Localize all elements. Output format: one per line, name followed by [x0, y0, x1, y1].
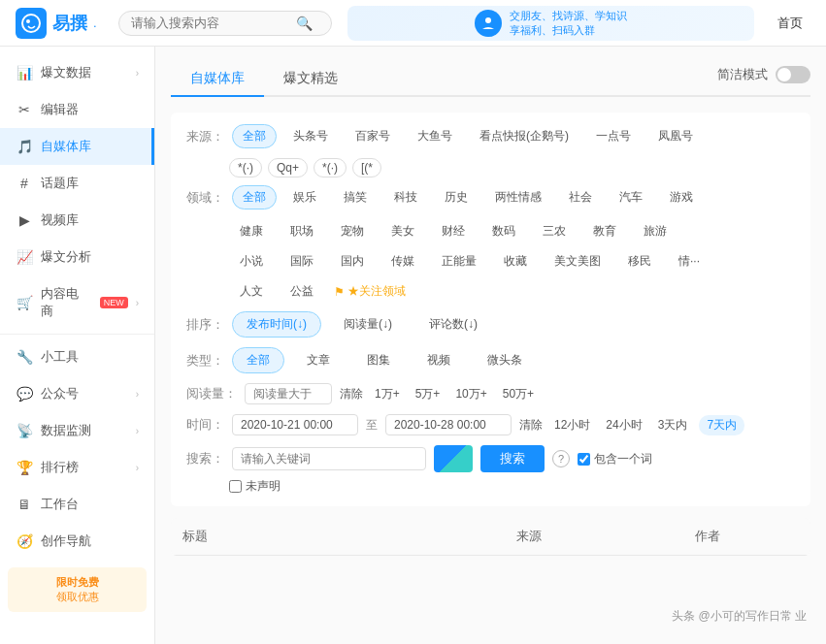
attention-domain-link[interactable]: ★关注领域	[334, 283, 406, 300]
header-search-bar[interactable]: 🔍	[118, 11, 332, 36]
header-search-icon[interactable]: 🔍	[296, 16, 313, 31]
help-icon[interactable]: ?	[552, 450, 570, 467]
logo-icon	[16, 8, 47, 39]
source-special-4[interactable]: [(*	[352, 158, 381, 177]
sort-comment[interactable]: 评论数(↓)	[414, 311, 492, 338]
domain-lvyou[interactable]: 旅游	[633, 219, 677, 243]
domain-jiaoyu[interactable]: 教育	[582, 219, 627, 243]
domain-lishi[interactable]: 历史	[434, 185, 479, 209]
domain-youxi[interactable]: 游戏	[659, 185, 704, 209]
sidebar-item-bian-ji-qi[interactable]: ✂ 编辑器	[0, 91, 154, 128]
domain-guoji[interactable]: 国际	[280, 249, 324, 274]
tab-bao-wen-jing-xuan[interactable]: 爆文精选	[264, 62, 357, 97]
source-tag-kandian[interactable]: 看点快报(企鹅号)	[469, 124, 579, 148]
read-input[interactable]	[245, 383, 332, 404]
sidebar-item-shi-pin-ku[interactable]: ▶ 视频库	[0, 202, 154, 239]
domain-caijing[interactable]: 财经	[431, 219, 476, 243]
sidebar-promo[interactable]: 限时免费 领取优惠	[8, 567, 147, 612]
domain-zhengneng[interactable]: 正能量	[431, 249, 487, 274]
keyword-color-picker[interactable]	[434, 445, 473, 472]
source-tag-toutiao[interactable]: 头条号	[282, 124, 339, 148]
domain-shehui[interactable]: 社会	[558, 185, 603, 209]
domain-jiankang[interactable]: 健康	[229, 219, 274, 243]
sidebar-item-gong-zuo-tai[interactable]: 🖥 工作台	[0, 486, 154, 523]
time-7d[interactable]: 7天内	[699, 415, 744, 435]
domain-all[interactable]: 全部	[232, 185, 277, 209]
domain-shoucang[interactable]: 收藏	[493, 249, 538, 274]
time-end-input[interactable]	[385, 414, 512, 435]
toggle-area: 简洁模式	[717, 66, 810, 91]
type-tuji[interactable]: 图集	[352, 347, 405, 373]
domain-xiaoshuo[interactable]: 小说	[229, 249, 274, 274]
source-tag-baijiahao[interactable]: 百家号	[345, 124, 401, 148]
source-tag-all[interactable]: 全部	[232, 124, 277, 148]
read-500k[interactable]: 50万+	[499, 384, 538, 404]
tab-zi-mei-ti-ku[interactable]: 自媒体库	[171, 62, 264, 97]
sort-read[interactable]: 阅读量(↓)	[329, 311, 407, 338]
source-special-3[interactable]: *(·)	[314, 158, 347, 177]
search-submit-btn[interactable]: 搜索	[480, 445, 545, 472]
keyword-input[interactable]	[232, 447, 426, 470]
time-clear-btn[interactable]: 清除	[519, 417, 543, 434]
simple-mode-toggle[interactable]	[776, 66, 810, 83]
domain-gongyi[interactable]: 公益	[280, 279, 324, 304]
sidebar-item-hua-ti-ku[interactable]: # 话题库	[0, 165, 154, 202]
domain-yimin[interactable]: 移民	[617, 249, 662, 274]
time-24h[interactable]: 24小时	[602, 415, 645, 435]
source-tag-yidian[interactable]: 一点号	[585, 124, 642, 148]
top-header: 易撰. 🔍 交朋友、找诗源、学知识 享福利、扫码入群 首页	[0, 0, 826, 47]
read-50k[interactable]: 5万+	[412, 384, 445, 404]
source-tag-dayu[interactable]: 大鱼号	[407, 124, 463, 148]
sidebar-item-chuang-zuo-dao-hang[interactable]: 🧭 创作导航	[0, 523, 154, 560]
type-weitoutiao[interactable]: 微头条	[473, 347, 537, 373]
svg-point-2	[485, 17, 491, 23]
domain-more[interactable]: 情···	[668, 249, 710, 274]
nav-home-link[interactable]: 首页	[770, 11, 810, 36]
sidebar-item-bao-wen-fen-xi[interactable]: 📈 爆文分析	[0, 239, 154, 275]
source-tag-fenghuang[interactable]: 凤凰号	[647, 124, 704, 148]
source-special-1[interactable]: *(·)	[229, 158, 262, 177]
logo-text: 易撰	[52, 12, 87, 35]
time-3d[interactable]: 3天内	[654, 415, 692, 435]
domain-zhichang[interactable]: 职场	[280, 219, 324, 243]
sidebar-item-bao-wen-data[interactable]: 📊 爆文数据 ›	[0, 54, 154, 91]
header-search-input[interactable]	[131, 16, 296, 30]
domain-sannong[interactable]: 三农	[532, 219, 577, 243]
sidebar-item-xiao-gong-ju[interactable]: 🔧 小工具	[0, 338, 154, 375]
source-special-2[interactable]: Qq+	[268, 158, 308, 177]
type-all[interactable]: 全部	[232, 347, 284, 373]
domain-chongwu[interactable]: 宠物	[330, 219, 375, 243]
undeclared-checkbox[interactable]	[229, 480, 242, 493]
time-start-input[interactable]	[232, 414, 358, 435]
read-100k[interactable]: 10万+	[451, 384, 490, 404]
sidebar-item-nei-rong-dian-shang[interactable]: 🛒 内容电商 NEW ›	[0, 275, 154, 330]
sidebar-item-zi-mei-ti[interactable]: 🎵 自媒体库	[0, 128, 154, 165]
domain-yule[interactable]: 娱乐	[282, 185, 327, 209]
read-10k[interactable]: 1万+	[371, 384, 404, 404]
sort-time[interactable]: 发布时间(↓)	[232, 311, 321, 338]
domain-chuanmei[interactable]: 传媒	[380, 249, 425, 274]
sidebar-item-gong-zhong-hao[interactable]: 💬 公众号 ›	[0, 375, 154, 412]
sidebar-item-shu-ju-jian-ce[interactable]: 📡 数据监测 ›	[0, 412, 154, 449]
domain-renwen[interactable]: 人文	[229, 279, 274, 304]
sidebar-label: 编辑器	[41, 101, 139, 118]
domain-meiwen[interactable]: 美文美图	[544, 249, 611, 274]
domain-meinv[interactable]: 美女	[380, 219, 425, 243]
type-shipin[interactable]: 视频	[413, 347, 465, 373]
domain-gaoxiao[interactable]: 搞笑	[333, 185, 378, 209]
table-area: 标题 来源 作者	[171, 518, 810, 556]
domain-keji[interactable]: 科技	[383, 185, 428, 209]
domain-guonei[interactable]: 国内	[330, 249, 375, 274]
table-col-title: 标题	[171, 518, 505, 555]
domain-filter-row: 领域： 全部 娱乐 搞笑 科技 历史 两性情感 社会 汽车 游戏	[186, 185, 795, 209]
sidebar-label: 话题库	[41, 175, 139, 192]
bao-wen-data-icon: 📊	[16, 64, 33, 81]
domain-shuma[interactable]: 数码	[481, 219, 526, 243]
sidebar-item-pai-hang-bang[interactable]: 🏆 排行榜 ›	[0, 449, 154, 486]
read-clear-btn[interactable]: 清除	[340, 386, 363, 402]
domain-qiche[interactable]: 汽车	[609, 185, 653, 209]
time-12h[interactable]: 12小时	[550, 415, 594, 435]
include-word-checkbox[interactable]	[578, 453, 590, 466]
type-wenzhang[interactable]: 文章	[292, 347, 345, 373]
domain-liangsex[interactable]: 两性情感	[484, 185, 552, 209]
